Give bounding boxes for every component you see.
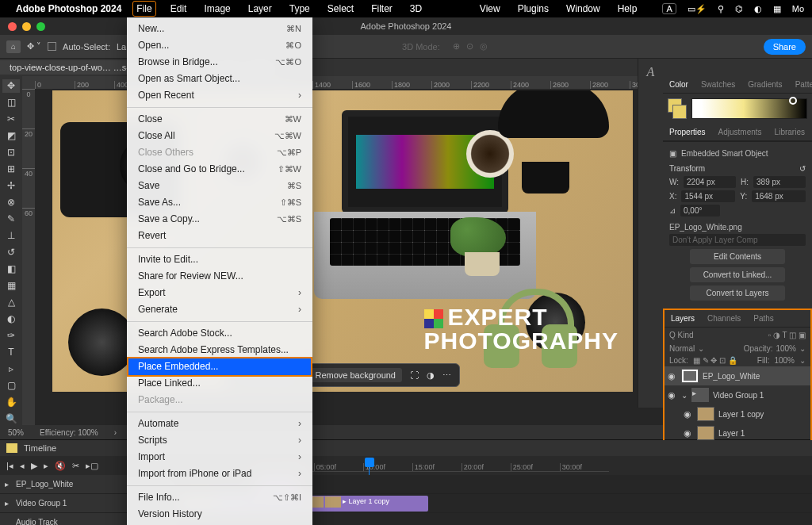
file-menu-item[interactable]: File Info...⌥⇧⌘I <box>127 489 312 506</box>
file-menu-item[interactable]: Import from iPhone or iPad <box>127 466 312 482</box>
menu-edit[interactable]: Edit <box>167 2 190 16</box>
tab-channels[interactable]: Channels <box>701 310 747 327</box>
play-button[interactable]: ▶ <box>31 461 37 471</box>
file-menu-item[interactable]: Close⌘W <box>127 111 312 128</box>
blur-tool[interactable]: △ <box>2 295 20 308</box>
track-twirl-icon[interactable]: ▸ <box>5 499 9 508</box>
convert-linked-button[interactable]: Convert to Linked... <box>690 267 785 282</box>
layer-name[interactable]: Video Group 1 <box>713 391 764 400</box>
transform-icon[interactable]: ⛶ <box>410 370 419 380</box>
clip-video[interactable]: ▸ Layer 1 copy <box>304 496 428 512</box>
eyedropper-tool[interactable]: ✢ <box>2 179 20 193</box>
blend-mode[interactable]: Normal <box>669 344 695 353</box>
mute-button[interactable]: 🔇 <box>55 461 66 471</box>
menu-view[interactable]: View <box>477 2 504 16</box>
layer-name[interactable]: Layer 1 copy <box>718 410 764 419</box>
prev-frame-button[interactable]: ◂ <box>20 461 25 471</box>
tab-gradients[interactable]: Gradients <box>741 76 788 93</box>
file-menu-item[interactable]: Import <box>127 449 312 466</box>
file-menu-item[interactable]: Save⌘S <box>127 178 312 194</box>
frame-tool[interactable]: ⊞ <box>2 163 20 176</box>
visibility-icon[interactable]: ◉ <box>684 428 693 439</box>
edit-contents-button[interactable]: Edit Contents <box>690 249 785 264</box>
menu-layer[interactable]: Layer <box>245 2 275 16</box>
first-frame-button[interactable]: |◂ <box>6 461 13 471</box>
file-menu-item[interactable]: Search Adobe Express Templates... <box>127 342 312 358</box>
menu-image[interactable]: Image <box>201 2 233 16</box>
layer-comp-dropdown[interactable]: Don't Apply Layer Comp <box>669 234 806 246</box>
wifi-icon[interactable]: ⚲ <box>718 4 724 14</box>
dodge-tool[interactable]: ◐ <box>2 312 20 325</box>
color-picker-handle[interactable] <box>789 97 797 105</box>
file-menu-item[interactable]: Open Recent <box>127 87 312 104</box>
file-menu-item[interactable]: Save As...⇧⌘S <box>127 194 312 211</box>
minimize-window-icon[interactable] <box>22 22 31 31</box>
menu-filter[interactable]: Filter <box>368 2 396 16</box>
menu-file[interactable]: File <box>132 1 155 17</box>
file-menu-item[interactable]: Scripts <box>127 432 312 449</box>
auto-select-checkbox[interactable] <box>48 42 56 51</box>
clock[interactable]: Mo <box>792 4 804 13</box>
hand-tool[interactable]: ✋ <box>2 395 20 408</box>
file-menu-item[interactable]: Open as Smart Object... <box>127 71 312 87</box>
eraser-tool[interactable]: ◧ <box>2 262 20 275</box>
remove-background-button[interactable]: Remove background <box>308 368 402 382</box>
reset-icon[interactable]: ↺ <box>799 164 806 173</box>
menu-3d[interactable]: 3D <box>407 2 425 16</box>
object-select-tool[interactable]: ◩ <box>2 129 20 143</box>
file-menu-item[interactable]: Browse in Bridge...⌥⌘O <box>127 54 312 71</box>
transition-button[interactable]: ▸▢ <box>86 461 98 471</box>
next-frame-button[interactable]: ▸ <box>44 461 48 471</box>
tab-properties[interactable]: Properties <box>663 124 712 140</box>
path-select-tool[interactable]: ▹ <box>2 362 20 375</box>
mask-icon[interactable]: ◑ <box>427 370 435 381</box>
home-button[interactable]: ⌂ <box>6 40 21 53</box>
tab-layers[interactable]: Layers <box>665 310 701 327</box>
timeline-track[interactable]: ▸EP_Logo_White＋≡ ▸ <box>0 475 812 494</box>
file-menu-item[interactable]: New...⌘N <box>127 21 312 37</box>
layer-row[interactable]: ◉ EP_Logo_White <box>665 366 810 385</box>
file-menu-item[interactable]: Revert <box>127 228 312 244</box>
zoom-level[interactable]: 50% <box>8 428 24 437</box>
tab-patterns[interactable]: Patterns <box>789 76 812 93</box>
layer-thumb[interactable] <box>681 369 699 383</box>
visibility-icon[interactable]: ◉ <box>668 390 677 400</box>
file-menu-item[interactable]: Export <box>127 285 312 301</box>
close-window-icon[interactable] <box>8 22 17 31</box>
lasso-tool[interactable]: ✂ <box>2 113 20 126</box>
file-menu-item[interactable]: Close and Go to Bridge...⇧⌘W <box>127 161 312 178</box>
height-field[interactable]: 389 px <box>753 176 806 188</box>
convert-layers-button[interactable]: Convert to Layers <box>690 285 785 301</box>
file-menu-item[interactable]: Place Embedded... <box>127 357 312 377</box>
type-tool[interactable]: T <box>2 345 20 358</box>
file-menu-item[interactable]: Invite to Edit... <box>127 251 312 268</box>
x-field[interactable]: 1544 px <box>681 190 735 202</box>
layer-thumb[interactable] <box>697 426 714 440</box>
tab-color[interactable]: Color <box>663 76 695 93</box>
timeline-ruler[interactable]: 05:00f 10:00f 15:00f 20:00f 25:00f 30:00… <box>282 459 609 472</box>
twirl-icon[interactable]: ⌄ <box>681 391 688 400</box>
fullscreen-window-icon[interactable] <box>36 22 45 31</box>
transform-header[interactable]: Transform <box>669 164 705 173</box>
tab-adjustments[interactable]: Adjustments <box>712 124 768 140</box>
share-button[interactable]: Share <box>764 39 806 55</box>
traffic-lights[interactable] <box>8 22 45 31</box>
tab-paths[interactable]: Paths <box>747 310 780 327</box>
layer-thumb[interactable] <box>697 407 714 421</box>
gradient-tool[interactable]: ▦ <box>2 278 20 292</box>
opacity-value[interactable]: 100% <box>776 344 796 353</box>
layer-name[interactable]: Layer 1 <box>718 429 745 438</box>
menu-type[interactable]: Type <box>286 2 313 16</box>
menu-window[interactable]: Window <box>563 2 603 16</box>
split-button[interactable]: ✂ <box>72 461 79 471</box>
layer-row[interactable]: ◉ ⌄ ▸ Video Group 1 <box>665 385 810 404</box>
marquee-tool[interactable]: ◫ <box>2 96 20 109</box>
healing-tool[interactable]: ⊗ <box>2 196 20 209</box>
lock-icons[interactable]: ▦ ✎ ✥ ⊡ 🔒 <box>693 356 737 365</box>
layer-name[interactable]: EP_Logo_White <box>703 372 760 381</box>
tab-libraries[interactable]: Libraries <box>768 124 811 140</box>
playhead[interactable] <box>365 458 374 467</box>
history-brush-tool[interactable]: ↺ <box>2 246 20 259</box>
timeline-track[interactable]: Audio Track♪＋≡ <box>0 513 812 525</box>
file-menu-item[interactable]: Share for Review NEW... <box>127 268 312 285</box>
